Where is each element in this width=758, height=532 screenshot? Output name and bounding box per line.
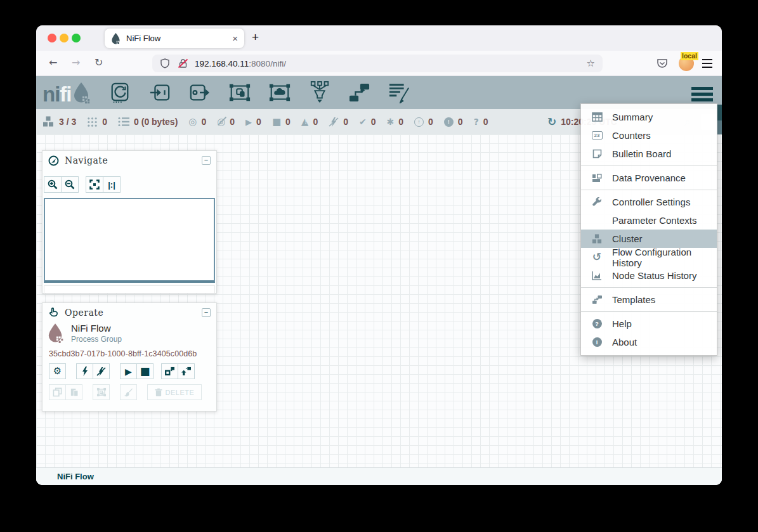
paste-button[interactable]	[65, 384, 82, 400]
zoom-out-button[interactable]	[61, 176, 79, 193]
processor-component-icon[interactable]	[107, 81, 133, 105]
enable-button[interactable]	[76, 363, 93, 379]
menu-item-counters[interactable]: 23 Counters	[581, 126, 717, 145]
process-group-component-icon[interactable]	[227, 81, 252, 105]
running-icon: ▶	[245, 118, 252, 126]
url-text[interactable]: 192.168.40.11:8080/nifi/	[195, 59, 587, 68]
zoom-actual-size-button[interactable]: |:|	[103, 176, 121, 193]
trash-icon	[155, 388, 162, 397]
close-window-button[interactable]	[48, 34, 56, 42]
bulletin-board-icon	[590, 149, 604, 159]
navigate-toolbar: |:|	[42, 170, 216, 198]
save-template-button[interactable]	[161, 363, 178, 379]
logo-text-fi: fi	[60, 85, 71, 104]
nifi-logo: nifi	[42, 81, 91, 104]
breadcrumb-label[interactable]: NiFi Flow	[57, 472, 94, 481]
status-disabled: 0	[329, 117, 348, 127]
breadcrumb: NiFi Flow	[36, 467, 722, 485]
statusbar-edge-accent	[717, 120, 722, 134]
component-type: Process Group	[71, 335, 122, 344]
operate-panel: Operate − NiFi Flow Process Group 35cbd3…	[42, 302, 217, 412]
menu-item-node-status-history[interactable]: Node Status History	[581, 266, 717, 285]
menu-separator	[581, 165, 717, 166]
zoom-fit-button[interactable]	[86, 176, 103, 193]
shield-icon[interactable]	[160, 58, 170, 68]
navigation-bar: ← → ↻ 192.168.40.11:8080/nifi/ ☆ local	[36, 51, 722, 76]
browser-window: NiFi Flow × + ← → ↻ 192.168.40.11:8080/n…	[36, 25, 722, 485]
browser-menu-icon[interactable]	[702, 59, 712, 68]
delete-button[interactable]: DELETE	[147, 384, 202, 400]
operate-collapse-button[interactable]: −	[202, 308, 211, 317]
menu-item-controller-settings[interactable]: Controller Settings	[581, 193, 717, 211]
global-menu-button[interactable]	[691, 87, 713, 101]
navigate-panel-title: Navigate	[65, 155, 196, 165]
color-brush-button[interactable]	[120, 384, 137, 400]
nifi-favicon	[111, 33, 121, 44]
birdseye-minimap[interactable]	[44, 198, 215, 283]
menu-item-parameter-contexts[interactable]: Parameter Contexts	[581, 211, 717, 230]
menu-item-bulletin-board[interactable]: Bulletin Board	[581, 145, 717, 163]
pocket-icon[interactable]	[657, 58, 668, 68]
minimize-window-button[interactable]	[60, 34, 69, 42]
nifi-page: nifi	[36, 76, 722, 485]
navigate-panel-header: Navigate −	[42, 151, 216, 170]
menu-item-data-provenance[interactable]: Data Provenance	[581, 169, 717, 187]
configure-button[interactable]: ⚙	[49, 363, 66, 379]
minimap-footer	[44, 285, 215, 294]
reload-icon[interactable]: ↻	[95, 56, 103, 68]
menu-item-templates[interactable]: Templates	[581, 290, 717, 309]
menu-item-summary[interactable]: Summary	[581, 108, 717, 126]
operate-toolbar-row1: ⚙ ▶ ■	[42, 363, 216, 379]
cluster-icon	[42, 116, 55, 127]
history-icon: ↺	[590, 252, 604, 263]
copy-button[interactable]	[49, 384, 66, 400]
url-path: :8080/nifi/	[249, 59, 286, 68]
tab-close-icon[interactable]: ×	[232, 34, 238, 43]
component-name: NiFi Flow	[71, 323, 122, 334]
menu-item-help[interactable]: ? Help	[581, 315, 717, 333]
status-sync-failure: ?0	[474, 117, 488, 127]
insecure-lock-icon[interactable]	[178, 58, 188, 68]
remote-process-group-component-icon[interactable]	[267, 81, 292, 105]
bookmark-star-icon[interactable]: ☆	[587, 58, 595, 69]
locally-modified-stale-icon: !	[444, 117, 454, 127]
logo-droplet-icon	[73, 81, 91, 104]
profile-badge: local	[681, 52, 698, 60]
input-port-component-icon[interactable]	[147, 81, 173, 105]
navigate-collapse-button[interactable]: −	[202, 156, 211, 165]
refresh-icon[interactable]: ↻	[547, 115, 556, 128]
operate-component: NiFi Flow Process Group	[42, 322, 216, 344]
forward-icon[interactable]: →	[72, 56, 80, 68]
global-menu: Summary 23 Counters Bulletin Board Data …	[580, 103, 717, 356]
stale-arrow-icon: ↑	[414, 117, 424, 127]
new-tab-button[interactable]: +	[252, 30, 259, 44]
stop-button[interactable]: ■	[136, 363, 154, 379]
start-button[interactable]: ▶	[120, 363, 137, 379]
label-component-icon[interactable]	[387, 81, 412, 105]
menu-item-cluster[interactable]: Cluster	[581, 230, 717, 248]
output-port-component-icon[interactable]	[187, 81, 212, 105]
header-edge-accent	[717, 105, 722, 120]
operate-hand-icon	[48, 307, 59, 318]
group-button[interactable]	[93, 384, 110, 400]
menu-item-about[interactable]: i About	[581, 333, 717, 351]
menu-item-flow-configuration-history[interactable]: ↺ Flow Configuration History	[581, 248, 717, 266]
url-bar[interactable]: 192.168.40.11:8080/nifi/ ☆	[152, 55, 603, 72]
status-stopped: ■0	[272, 117, 291, 127]
funnel-component-icon[interactable]	[307, 81, 332, 105]
zoom-window-button[interactable]	[72, 34, 81, 42]
template-component-icon[interactable]	[347, 81, 372, 105]
status-cluster: 3 / 3	[42, 116, 76, 127]
not-transmitting-icon: ◎	[217, 116, 225, 127]
delete-label: DELETE	[166, 389, 195, 396]
upload-template-button[interactable]	[178, 363, 195, 379]
summary-table-icon	[590, 112, 604, 122]
disable-button[interactable]	[93, 363, 110, 379]
browser-tab[interactable]: NiFi Flow ×	[105, 29, 244, 48]
disabled-bolt-icon	[329, 117, 339, 127]
help-icon: ?	[590, 319, 604, 328]
tab-bar: NiFi Flow × +	[36, 25, 722, 51]
zoom-in-button[interactable]	[44, 176, 62, 193]
process-group-droplet-icon	[48, 322, 64, 344]
back-icon[interactable]: ←	[49, 56, 57, 68]
